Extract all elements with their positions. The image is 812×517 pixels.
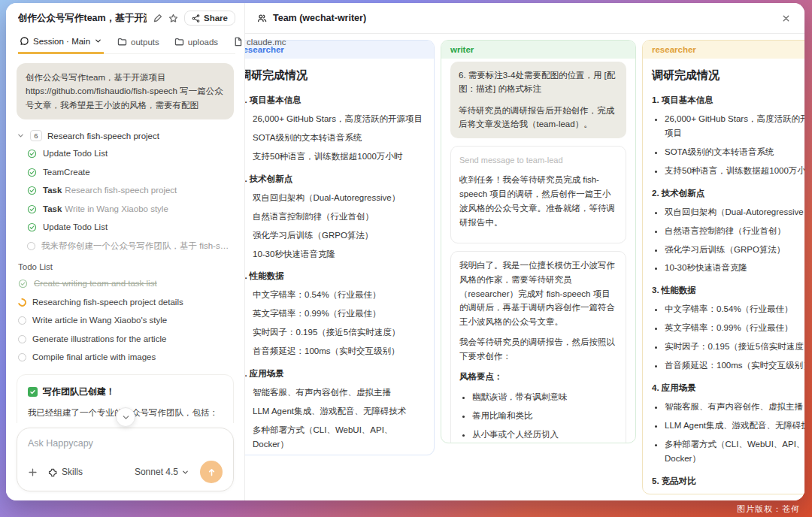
plus-icon bbox=[28, 467, 38, 477]
report-bullet: 10-30秒快速语音克隆 bbox=[665, 261, 804, 275]
report-title: 调研完成情况 bbox=[245, 66, 425, 85]
report-bullet: 10-30秒快速语音克隆 bbox=[253, 247, 425, 262]
scroll-to-bottom-button[interactable] bbox=[116, 407, 135, 427]
todo-list: Create writing team and task list Resear… bbox=[18, 278, 234, 364]
report-bullet: 强化学习后训练（GRPO算法） bbox=[665, 243, 804, 257]
folder-icon bbox=[174, 37, 184, 47]
report-bullet: 26,000+ GitHub Stars，高度活跃的开源项目 bbox=[253, 112, 425, 126]
report-bullet: SOTA级别的文本转语音系统 bbox=[253, 131, 425, 145]
task-count-badge: 6 bbox=[30, 130, 42, 141]
app-window: 创作公众号写作team，基于开源项目h... Share Session · M… bbox=[6, 3, 804, 500]
writer-task-bubble: 6. 需要标注3-4处需要配图的位置，用 [配图：描述] 的格式标注 等待研究员… bbox=[450, 62, 626, 138]
close-panel-button[interactable] bbox=[781, 14, 791, 23]
researcher-report: 调研完成情况 1. 项目基本信息 26,000+ GitHub Stars，高度… bbox=[643, 59, 804, 494]
edit-title-button[interactable] bbox=[153, 14, 162, 23]
check-circle-icon bbox=[27, 204, 37, 214]
report-bullet: 多种部署方式（CLI、WebUI、API、Docker） bbox=[253, 423, 425, 452]
report-bullet: 首音频延迟：100ms（实时交互级别） bbox=[253, 344, 425, 358]
report-bullet: 支持50种语言，训练数据超1000万小时 bbox=[253, 150, 425, 164]
writer-messages: 6. 需要标注3-4处需要配图的位置，用 [配图：描述] 的格式标注 等待研究员… bbox=[441, 59, 635, 443]
style-bullet: 从小事或个人经历切入 bbox=[472, 428, 617, 442]
agent-label: writer bbox=[441, 41, 635, 59]
style-bullet: 幽默诙谐，带有讽刺意味 bbox=[472, 390, 617, 404]
chevron-down-icon bbox=[181, 468, 189, 476]
team-panel: Team (wechat-writer) researcher 调研完成情况 1… bbox=[245, 3, 804, 500]
style-bullet: 善用比喻和类比 bbox=[472, 409, 617, 423]
chevron-down-icon bbox=[94, 37, 102, 45]
report-bullet: SOTA级别的文本转语音系统 bbox=[665, 145, 804, 159]
star-icon bbox=[168, 14, 178, 23]
task-item: 我来帮你创建一个公众号写作团队，基于 fish-speech 项目创作王... bbox=[27, 240, 234, 252]
message-composer[interactable]: Ask Happycapy Skills Sonnet 4.5 bbox=[17, 428, 234, 491]
todo-item: Researching fish-speech project details bbox=[18, 297, 234, 309]
report-bullet: 多种部署方式（CLI、WebUI、API、Docker） bbox=[665, 437, 804, 466]
agent-columns[interactable]: researcher 调研完成情况 1. 项目基本信息 26,000+ GitH… bbox=[245, 34, 804, 500]
task-item: Update Todo List bbox=[27, 222, 234, 234]
model-selector[interactable]: Sonnet 4.5 bbox=[135, 467, 189, 477]
check-circle-icon bbox=[18, 279, 28, 289]
team-panel-title: Team (wechat-writer) bbox=[273, 13, 775, 23]
sidebar-header: 创作公众号写作team，基于开源项目h... Share Session · M… bbox=[6, 3, 244, 54]
agent-column-researcher[interactable]: researcher 调研完成情况 1. 项目基本信息 26,000+ GitH… bbox=[245, 40, 435, 455]
sidebar-tabs: Session · Main outputs uploads claude.mc bbox=[18, 33, 235, 54]
pending-circle-icon bbox=[18, 353, 26, 361]
report-bullet: 实时因子：0.195（接近5倍实时速度） bbox=[665, 340, 804, 354]
report-bullet: LLM Agent集成、游戏配音、无障碍技术 bbox=[665, 419, 804, 433]
check-circle-icon bbox=[27, 222, 37, 232]
tab-outputs[interactable]: outputs bbox=[116, 34, 161, 53]
skills-label: Skills bbox=[62, 467, 83, 477]
report-bullet: 英文字错率：0.99%（行业最佳） bbox=[665, 321, 804, 335]
spinner-icon bbox=[17, 297, 28, 308]
report-bullet: 中文字错率：0.54%（行业最佳） bbox=[665, 302, 804, 316]
pending-circle-icon bbox=[27, 242, 35, 250]
task-item: TaskResearch fish-speech project bbox=[27, 185, 234, 197]
attach-button[interactable] bbox=[28, 467, 38, 477]
report-bullet: 智能客服、有声内容创作、虚拟主播 bbox=[665, 400, 804, 414]
check-circle-icon bbox=[27, 149, 37, 159]
report-bullet: 智能客服、有声内容创作、虚拟主播 bbox=[253, 385, 425, 400]
task-group-header[interactable]: 6 Research fish-speech project bbox=[17, 130, 234, 141]
task-group-title: Research fish-speech project bbox=[47, 132, 159, 141]
chevron-down-icon bbox=[121, 413, 131, 422]
tab-session-main[interactable]: Session · Main bbox=[18, 33, 104, 54]
skills-puzzle-icon bbox=[48, 467, 58, 477]
check-circle-icon bbox=[27, 168, 37, 177]
assistant-headline: 写作团队已创建！ bbox=[43, 385, 115, 399]
report-bullet: 中文字错率：0.54%（行业最佳） bbox=[253, 288, 425, 302]
task-item: TaskWrite in Wang Xiaobo style bbox=[27, 204, 234, 216]
send-button[interactable] bbox=[200, 461, 223, 483]
report-bullet: LLM Agent集成、游戏配音、无障碍技术 bbox=[253, 404, 425, 419]
report-bullet: 英文字错率：0.99%（行业最佳） bbox=[253, 307, 425, 321]
share-button[interactable]: Share bbox=[184, 11, 235, 26]
todo-item: Create writing team and task list bbox=[18, 278, 234, 290]
skills-button[interactable]: Skills bbox=[48, 467, 83, 477]
agent-label: researcher bbox=[643, 41, 804, 59]
agent-column-writer[interactable]: writer 6. 需要标注3-4处需要配图的位置，用 [配图：描述] 的格式标… bbox=[441, 40, 636, 443]
composer-input[interactable]: Ask Happycapy bbox=[28, 438, 223, 449]
report-bullet: 26,000+ GitHub Stars，高度活跃的开源项目 bbox=[665, 112, 804, 141]
report-title: 调研完成情况 bbox=[652, 66, 804, 85]
tab-claude-md[interactable]: claude.mc bbox=[232, 34, 287, 53]
report-bullet: 自然语言控制韵律（行业首创） bbox=[253, 210, 425, 224]
task-item: Update Todo List bbox=[27, 148, 234, 160]
pending-circle-icon bbox=[18, 335, 26, 343]
report-bullet: 双自回归架构（Dual-Autoregressive） bbox=[665, 205, 804, 219]
report-bullet: 首音频延迟：100ms（实时交互级别） bbox=[665, 358, 804, 373]
tab-uploads[interactable]: uploads bbox=[173, 34, 220, 53]
report-bullet: 实时因子：0.195（接近5倍实时速度） bbox=[253, 325, 425, 340]
image-copyright-watermark: 图片版权：苍何 bbox=[737, 503, 800, 515]
todo-list-title: Todo List bbox=[18, 262, 234, 271]
favorite-button[interactable] bbox=[168, 14, 178, 23]
agent-column-researcher-2[interactable]: researcher 调研完成情况 1. 项目基本信息 26,000+ GitH… bbox=[642, 40, 804, 494]
chevron-down-icon bbox=[17, 132, 25, 140]
writer-send-message-card: Send message to team-lead 收到任务！我会等待研究员完成… bbox=[450, 146, 626, 243]
user-message: 创作公众号写作team，基于开源项目 https://github.com/fi… bbox=[17, 63, 234, 119]
pencil-icon bbox=[153, 14, 162, 23]
chat-scroll-area[interactable]: 创作公众号写作team，基于开源项目 https://github.com/fi… bbox=[6, 54, 244, 423]
share-label: Share bbox=[204, 14, 228, 23]
close-icon bbox=[781, 14, 791, 23]
team-people-icon bbox=[257, 14, 267, 23]
report-bullet: 超越Qwen3-TTS、Seed-TTS、MiniMax Speech 等竞品 bbox=[665, 493, 804, 494]
send-message-header: Send message to team-lead bbox=[459, 153, 617, 167]
session-title: 创作公众号写作team，基于开源项目h... bbox=[18, 12, 147, 25]
